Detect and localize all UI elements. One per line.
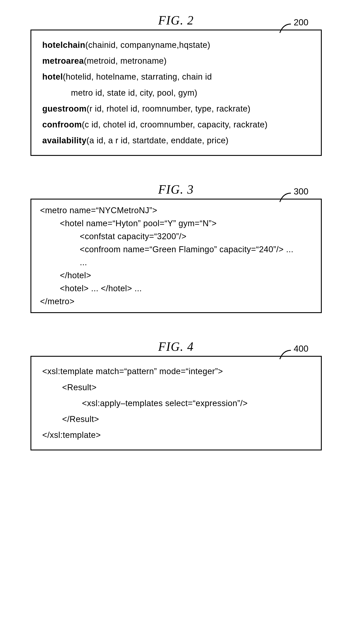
code-line: </metro> — [40, 297, 75, 306]
rel-name: confroom — [42, 120, 82, 129]
code-line: <hotel> ... </hotel> ... — [40, 282, 142, 295]
xml-box: <metro name=“NYCMetroNJ”> <hotel name=“H… — [31, 199, 322, 313]
reference-numeral: 200 — [294, 18, 308, 27]
rel-name: hotel — [42, 72, 63, 81]
code-line: <metro name=“NYCMetroNJ”> — [40, 206, 157, 215]
figure-4: FIG. 4 400 <xsl:template match=“pattern”… — [18, 340, 334, 450]
code-line: <confstat capacity=“3200”/> — [40, 230, 187, 243]
rel-name: availability — [42, 136, 87, 145]
code-line: </xsl:template> — [42, 430, 101, 440]
rel-args-cont: metro id, state id, city, pool, gym) — [42, 85, 198, 101]
schema-box: hotelchain(chainid, companyname,hqstate)… — [31, 30, 322, 156]
reference-numeral: 300 — [294, 186, 308, 196]
xsl-box: <xsl:template match=“pattern” mode=“inte… — [31, 356, 322, 450]
rel-args: (r id, rhotel id, roomnumber, type, rack… — [87, 104, 250, 113]
reference-numeral: 400 — [294, 344, 308, 354]
code-line: <xsl:template match=“pattern” mode=“inte… — [42, 367, 223, 376]
code-line: ... — [40, 256, 87, 269]
rel-args: (a id, a r id, startdate, enddate, price… — [87, 136, 229, 145]
leader-line — [279, 192, 292, 203]
code-line: <xsl:apply–templates select=“expression”… — [42, 395, 248, 411]
rel-args: (chainid, companyname,hqstate) — [85, 40, 210, 50]
rel-args: (metroid, metroname) — [84, 56, 167, 66]
rel-name: hotelchain — [42, 40, 85, 50]
rel-name: metroarea — [42, 56, 84, 66]
code-line: </hotel> — [40, 269, 91, 282]
leader-line — [279, 23, 292, 34]
figure-3: FIG. 3 300 <metro name=“NYCMetroNJ”> <ho… — [18, 182, 334, 313]
code-line: </Result> — [42, 411, 99, 427]
code-line: <Result> — [42, 380, 97, 395]
code-line: <hotel name=“Hyton” pool=“Y” gym=“N”> — [40, 217, 217, 230]
rel-name: guestroom — [42, 104, 87, 113]
figure-2: FIG. 2 200 hotelchain(chainid, companyna… — [18, 13, 334, 156]
rel-args: (hotelid, hotelname, starrating, chain i… — [63, 72, 212, 81]
leader-line — [279, 349, 292, 360]
rel-args: (c id, chotel id, croomnumber, capacity,… — [82, 120, 268, 129]
code-line: <confroom name=“Green Flamingo” capacity… — [40, 243, 293, 256]
